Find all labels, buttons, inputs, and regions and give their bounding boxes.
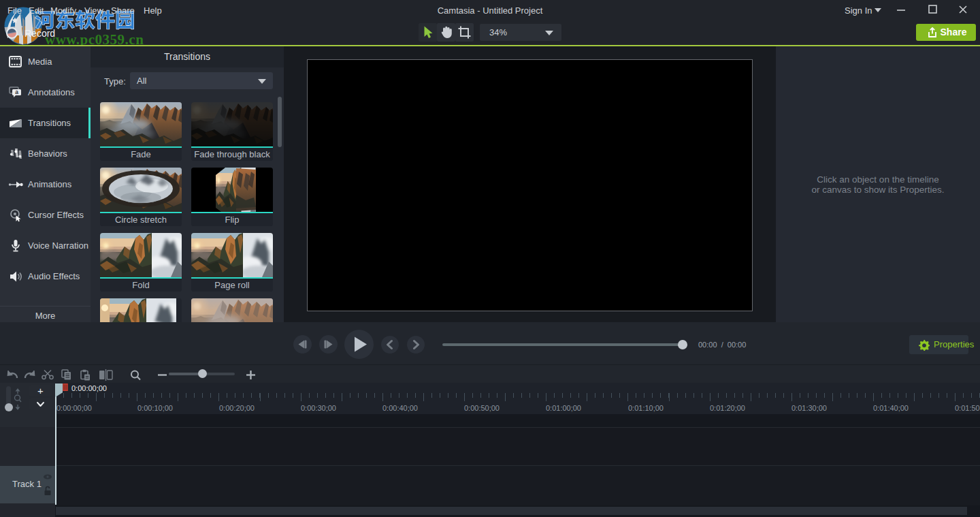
svg-text:a: a <box>15 89 18 95</box>
